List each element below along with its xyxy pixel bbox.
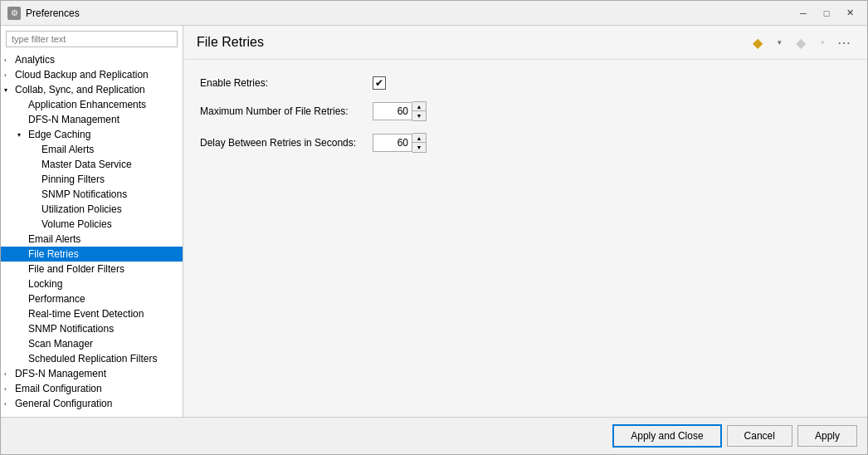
maximize-button[interactable]: □ [816, 5, 837, 22]
sidebar-item-label: Collab, Sync, and Replication [15, 84, 145, 95]
sidebar-item-locking[interactable]: Locking [1, 276, 183, 291]
content-panel: File Retries ◆ ▾ ◆ ▾ ⋯ Enable Retries: ✔ [183, 26, 867, 417]
sidebar-item-dfs-n-sub[interactable]: DFS-N Management [1, 112, 183, 127]
sidebar-item-label: Pinning Filters [41, 174, 105, 185]
main-content: › Analytics › Cloud Backup and Replicati… [1, 26, 867, 417]
sidebar-item-scan-manager[interactable]: Scan Manager [1, 336, 183, 351]
delay-spinner: 60 ▲ ▼ [373, 133, 427, 153]
sidebar-item-volume-policies[interactable]: Volume Policies [1, 217, 183, 232]
sidebar-item-file-retries[interactable]: File Retries [1, 247, 183, 262]
chevron-icon: › [4, 71, 12, 79]
sidebar-item-label: Application Enhancements [28, 99, 146, 110]
title-bar: ⚙ Preferences ─ □ ✕ [1, 1, 867, 26]
sidebar-item-email-alerts-sub2[interactable]: Email Alerts [1, 142, 183, 157]
chevron-icon: ▾ [4, 86, 12, 94]
max-retries-down[interactable]: ▼ [412, 111, 426, 120]
filter-input[interactable] [6, 31, 178, 47]
sidebar-item-label: Cloud Backup and Replication [15, 69, 149, 81]
max-retries-buttons: ▲ ▼ [412, 101, 427, 121]
max-retries-up[interactable]: ▲ [412, 102, 426, 111]
window-controls: ─ □ ✕ [792, 5, 861, 22]
minimize-button[interactable]: ─ [792, 5, 814, 22]
sidebar-item-performance[interactable]: Performance [1, 291, 183, 306]
apply-button[interactable]: Apply [797, 425, 857, 447]
chevron-icon: › [4, 400, 12, 408]
sidebar-item-master-data[interactable]: Master Data Service [1, 157, 183, 172]
sidebar-item-label: General Configuration [15, 398, 112, 409]
sidebar-item-label: Locking [28, 278, 62, 290]
chevron-icon: › [4, 370, 12, 378]
content-header: File Retries ◆ ▾ ◆ ▾ ⋯ [183, 26, 867, 60]
sidebar-item-dfs-n[interactable]: › DFS-N Management [1, 366, 183, 381]
enable-retries-label: Enable Retries: [200, 77, 366, 89]
sidebar-item-label: DFS-N Management [28, 114, 119, 125]
more-button[interactable]: ⋯ [834, 32, 854, 52]
content-body: Enable Retries: ✔ Maximum Number of File… [183, 60, 867, 417]
chevron-icon: › [4, 56, 12, 64]
sidebar-item-label: Email Configuration [15, 383, 102, 394]
delay-input[interactable]: 60 [373, 134, 412, 152]
sidebar-item-email-alerts-sub1[interactable]: Email Alerts [1, 232, 183, 247]
title-bar-left: ⚙ Preferences [7, 7, 80, 20]
content-title: File Retries [197, 35, 264, 50]
footer: Apply and Close Cancel Apply [1, 417, 867, 454]
sidebar-item-cloud-backup[interactable]: › Cloud Backup and Replication [1, 67, 183, 82]
delay-buttons: ▲ ▼ [412, 133, 427, 153]
sidebar-item-label: Utilization Policies [41, 203, 122, 215]
sidebar-item-file-folder-filters[interactable]: File and Folder Filters [1, 262, 183, 276]
enable-retries-row: Enable Retries: ✔ [200, 76, 851, 90]
delay-row: Delay Between Retries in Seconds: 60 ▲ ▼ [200, 133, 851, 153]
back-button[interactable]: ◆ [748, 32, 768, 52]
sidebar-item-label: Performance [28, 293, 85, 305]
max-retries-spinner: 60 ▲ ▼ [373, 101, 427, 121]
sidebar-item-label: Scan Manager [28, 338, 93, 350]
delay-up[interactable]: ▲ [412, 134, 426, 143]
chevron-icon: › [4, 385, 12, 393]
preferences-window: ⚙ Preferences ─ □ ✕ › Analytics › [0, 0, 868, 455]
max-retries-label: Maximum Number of File Retries: [200, 105, 366, 117]
close-button[interactable]: ✕ [839, 5, 861, 22]
chevron-icon: ▾ [17, 131, 26, 139]
window-title: Preferences [26, 7, 80, 19]
max-retries-input[interactable]: 60 [373, 102, 412, 120]
sidebar-item-realtime-event[interactable]: Real-time Event Detection [1, 306, 183, 321]
sidebar-item-label: Volume Policies [41, 218, 112, 230]
max-retries-row: Maximum Number of File Retries: 60 ▲ ▼ [200, 101, 851, 121]
enable-retries-checkbox[interactable]: ✔ [373, 76, 386, 90]
sidebar-item-general-config[interactable]: › General Configuration [1, 396, 183, 411]
sidebar-item-collab-sync[interactable]: ▾ Collab, Sync, and Replication [1, 82, 183, 97]
forward-button[interactable]: ◆ [791, 32, 811, 52]
sidebar-item-snmp-sub1[interactable]: SNMP Notifications [1, 321, 183, 336]
sidebar-item-label: Scheduled Replication Filters [28, 353, 157, 364]
sidebar-item-app-enhancements[interactable]: Application Enhancements [1, 97, 183, 112]
sidebar-item-scheduled-filters[interactable]: Scheduled Replication Filters [1, 351, 183, 366]
sidebar-item-snmp-sub2[interactable]: SNMP Notifications [1, 187, 183, 202]
sidebar: › Analytics › Cloud Backup and Replicati… [1, 26, 183, 417]
sidebar-item-pinning-filters[interactable]: Pinning Filters [1, 172, 183, 187]
window-icon: ⚙ [7, 7, 21, 20]
apply-close-button[interactable]: Apply and Close [612, 424, 721, 448]
sidebar-item-label: Email Alerts [41, 144, 94, 155]
delay-label: Delay Between Retries in Seconds: [200, 137, 366, 149]
sidebar-item-label: Analytics [15, 54, 55, 66]
cancel-button[interactable]: Cancel [727, 425, 792, 447]
sidebar-item-label: SNMP Notifications [28, 323, 114, 335]
sidebar-item-utilization[interactable]: Utilization Policies [1, 202, 183, 217]
sidebar-item-label: Edge Caching [28, 129, 90, 140]
sidebar-item-label: DFS-N Management [15, 368, 106, 379]
sidebar-item-label: File and Folder Filters [28, 263, 124, 275]
sidebar-item-label: SNMP Notifications [41, 188, 127, 200]
sidebar-item-label: Real-time Event Detection [28, 308, 144, 320]
forward-dropdown-button[interactable]: ▾ [812, 32, 832, 52]
sidebar-item-label: Master Data Service [41, 159, 132, 170]
sidebar-item-label: Email Alerts [28, 233, 80, 245]
toolbar-right: ◆ ▾ ◆ ▾ ⋯ [748, 32, 854, 52]
tree-container: › Analytics › Cloud Backup and Replicati… [1, 52, 183, 417]
sidebar-item-email-config[interactable]: › Email Configuration [1, 381, 183, 396]
sidebar-item-edge-caching[interactable]: ▾ Edge Caching [1, 127, 183, 142]
dropdown-button[interactable]: ▾ [769, 32, 789, 52]
sidebar-item-analytics[interactable]: › Analytics [1, 52, 183, 67]
sidebar-item-label: File Retries [28, 248, 79, 260]
delay-down[interactable]: ▼ [412, 143, 426, 152]
